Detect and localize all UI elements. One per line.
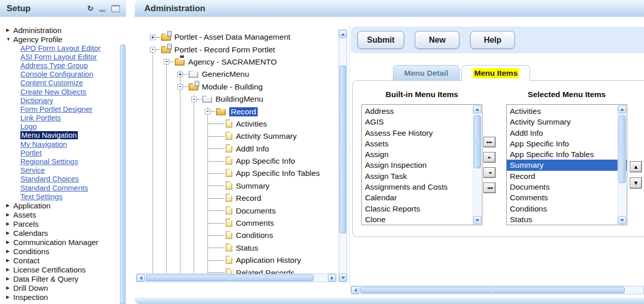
tree-expander-box[interactable]: + [177, 72, 183, 77]
scroll-up-arrow[interactable] [339, 30, 347, 38]
setup-scrollbar-thumb[interactable] [120, 44, 126, 304]
list-option[interactable]: Summary [507, 160, 627, 170]
tree-node[interactable]: - BuildingMenu [145, 93, 339, 105]
scrollbar-thumb[interactable] [619, 115, 626, 183]
sidebar-item[interactable]: ▶ Communication Manager [6, 237, 119, 247]
sidebar-item[interactable]: ▶ Parts [6, 301, 119, 304]
tree-expander-box[interactable]: + [150, 35, 156, 40]
tree-node-label[interactable]: Addtl Info [236, 144, 269, 154]
tree-node-label[interactable]: Status [236, 244, 258, 253]
sidebar-item-label[interactable]: Standard Choices [20, 175, 79, 183]
tree-node-label[interactable]: Conditions [236, 231, 273, 240]
refresh-icon[interactable]: ↻ [87, 5, 94, 12]
sidebar-item-label[interactable]: Regional Settings [20, 158, 78, 166]
tree-node-label[interactable]: Summary [236, 181, 269, 191]
move-all-right-button[interactable]: ►► [483, 137, 496, 147]
tree-node-label[interactable]: Comments [236, 219, 274, 228]
sidebar-item-label[interactable]: Parcels [13, 220, 39, 228]
list-option[interactable]: Assignments and Costs [365, 181, 472, 192]
tree-node[interactable]: App Specific Info [145, 155, 339, 167]
tree-node-label[interactable]: Documents [236, 206, 275, 216]
list-option[interactable]: Addtl Info [510, 128, 617, 138]
list-option[interactable]: Clone [365, 214, 472, 225]
sidebar-item-label[interactable]: Drill Down [13, 284, 48, 292]
list-option[interactable]: Assign [365, 149, 472, 160]
list-option[interactable]: Address [365, 106, 472, 116]
tree-node[interactable]: Application History [145, 254, 339, 266]
tree-node[interactable]: - Portlet - Record Form Portlet [145, 43, 339, 55]
tree-expander-box[interactable]: - [150, 47, 156, 52]
tree-node[interactable]: App Specific Info Tables [145, 167, 339, 179]
scroll-down-arrow[interactable] [618, 216, 626, 224]
sidebar-item-label[interactable]: Data Filter & Query [13, 275, 78, 283]
sidebar-item-label[interactable]: Calendars [13, 229, 48, 237]
list-option[interactable]: Status [510, 214, 617, 225]
right-panel-horizontal-scrollbar[interactable] [351, 286, 644, 294]
listbox-vertical-scrollbar[interactable] [473, 105, 481, 224]
scroll-up-arrow[interactable] [473, 105, 481, 113]
list-option[interactable]: App Specific Info Tables [510, 149, 617, 160]
sidebar-item[interactable]: Form Portlet Designer [6, 105, 119, 113]
sidebar-item[interactable]: ▶ Contact [6, 256, 119, 265]
tree-node-label[interactable]: Agency - SACRAMENTO [188, 57, 277, 67]
sidebar-item[interactable]: Console Configuration [6, 70, 119, 79]
scroll-down-arrow[interactable] [473, 216, 481, 224]
sidebar-item-label[interactable]: Address Type Group [20, 62, 88, 70]
tree-node-label[interactable]: GenericMenu [202, 70, 249, 79]
sidebar-item[interactable]: ASI Form Layout Editor [6, 52, 119, 61]
sidebar-item[interactable]: APO Form Layout Editor [6, 44, 119, 52]
list-option[interactable]: App Specific Info [510, 138, 617, 149]
sidebar-item[interactable]: ▶ Parcels [6, 219, 119, 228]
sidebar-item[interactable]: ▶ Application [6, 201, 119, 210]
sidebar-item-label[interactable]: Menu Navigation [20, 131, 78, 139]
scroll-right-arrow[interactable] [328, 274, 336, 282]
tree-expander-box[interactable]: - [177, 84, 183, 89]
tree-node-label[interactable]: Activities [236, 119, 267, 129]
list-option[interactable]: AGIS [365, 116, 472, 127]
tree-node[interactable]: Record [145, 192, 339, 204]
submit-button[interactable]: Submit [357, 31, 404, 49]
move-left-button[interactable]: ◄ [483, 167, 496, 178]
sidebar-item[interactable]: ▼ Agency Profile [6, 35, 119, 44]
builtin-menu-items-listbox[interactable]: Address AGIS Assess Fee History Assets A… [361, 104, 482, 225]
tree-node-label[interactable]: Portlet - Asset Data Management [174, 33, 290, 42]
tree-node-label[interactable]: Portlet - Record Form Portlet [174, 45, 275, 54]
tree-expander-box[interactable]: - [191, 97, 197, 102]
sidebar-item-label[interactable]: Standard Comments [20, 184, 88, 192]
sidebar-item[interactable]: ▶ Data Filter & Query [6, 274, 119, 283]
sidebar-item-label[interactable]: Parts [13, 302, 31, 304]
sidebar-item[interactable]: ▶ Assets [6, 210, 119, 219]
scrollbar-thumb[interactable] [340, 66, 346, 233]
tree-node-label[interactable]: Record [236, 194, 261, 203]
scroll-left-arrow[interactable] [137, 274, 145, 282]
sidebar-item[interactable]: ▶ Inspection [6, 292, 119, 301]
tree-node[interactable]: Activity Summary [145, 130, 339, 142]
scrollbar-thumb[interactable] [146, 275, 314, 281]
scroll-up-arrow[interactable] [618, 105, 626, 113]
tree-node[interactable]: Documents [145, 204, 339, 217]
sidebar-item-label[interactable]: APO Form Layout Editor [20, 44, 101, 52]
sidebar-item-label[interactable]: My Navigation [20, 140, 67, 148]
listbox-vertical-scrollbar[interactable] [618, 105, 626, 224]
tree-node[interactable]: Status [145, 242, 339, 254]
sidebar-item-label[interactable]: Portlet [20, 149, 42, 157]
tree-node[interactable]: Comments [145, 217, 339, 229]
sidebar-item-label[interactable]: Content Customize [20, 79, 83, 87]
sidebar-item-label[interactable]: Agency Profile [13, 35, 63, 44]
tree-node[interactable]: - Record [145, 105, 339, 117]
sidebar-item[interactable]: Link Portlets [6, 114, 119, 123]
maximize-icon[interactable] [111, 5, 120, 12]
sidebar-item[interactable]: Standard Comments [6, 184, 119, 192]
sidebar-item[interactable]: ▶ Administration [6, 25, 119, 35]
move-up-button[interactable]: ▲ [630, 161, 642, 172]
scroll-left-arrow[interactable] [351, 286, 359, 294]
help-button[interactable]: Help [470, 31, 515, 49]
tree-expander-box[interactable]: - [205, 109, 210, 114]
scrollbar-thumb[interactable] [360, 287, 625, 293]
tree-expander-box[interactable]: - [164, 59, 169, 65]
tree-node-label[interactable]: BuildingMenu [216, 95, 263, 104]
tree-node[interactable]: Summary [145, 180, 339, 192]
tree-node-label[interactable]: Activity Summary [236, 132, 297, 141]
sidebar-item[interactable]: ▶ License Certifications [6, 265, 119, 274]
scrollbar-thumb[interactable] [474, 115, 481, 168]
